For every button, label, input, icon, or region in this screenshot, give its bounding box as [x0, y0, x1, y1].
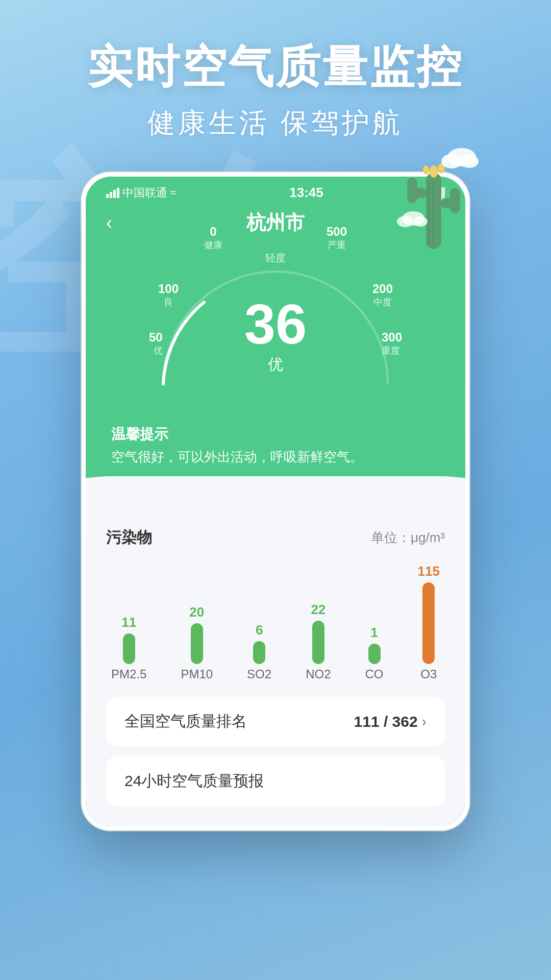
forecast-title: 24小时空气质量预报	[124, 772, 264, 789]
gauge-label-300: 300 重度	[382, 330, 402, 357]
status-time: 13:45	[289, 185, 323, 201]
pollutant-name: PM10	[181, 667, 213, 681]
gauge-quality-label: 优	[244, 354, 307, 375]
pollutant-value: 1	[370, 625, 378, 641]
pollutant-item: 20 PM10	[181, 604, 213, 681]
reminder-text: 空气很好，可以外出活动，呼吸新鲜空气。	[111, 448, 440, 466]
gauge-label-200: 200 中度	[372, 282, 393, 308]
pollutant-name: O3	[420, 667, 437, 681]
svg-rect-4	[450, 188, 460, 213]
ranking-card[interactable]: 全国空气质量排名 111 / 362 ›	[106, 697, 445, 746]
gauge-label-500: 500 严重	[327, 225, 347, 251]
pollutant-bar	[123, 633, 135, 664]
gauge-top-label: 轻度	[265, 251, 286, 265]
svg-point-14	[397, 216, 413, 227]
svg-point-7	[423, 165, 429, 175]
ranking-label: 全国空气质量排名	[124, 711, 247, 732]
gauge-value: 36	[244, 296, 307, 352]
gauge-label-100: 100 良	[158, 282, 179, 308]
ranking-arrow: ›	[422, 714, 427, 730]
gauge-label-50: 50 优	[149, 330, 163, 357]
wave-divider	[86, 476, 465, 512]
pollutant-value: 6	[256, 622, 263, 638]
pollutant-value: 115	[418, 564, 440, 579]
phone-container: 中国联通 ≈ 13:45 ▓ ‹ 杭州市 轻度	[82, 173, 469, 830]
white-content: 污染物 单位：μg/m³ 11 PM2.5 20 PM10 6 SO2 22 N…	[86, 512, 465, 826]
svg-rect-2	[407, 178, 417, 203]
pollutant-name: CO	[365, 667, 384, 681]
pollutant-value: 20	[189, 604, 204, 620]
pollutant-name: NO2	[306, 667, 331, 681]
pollutant-item: 11 PM2.5	[111, 615, 146, 681]
gauge-section: 轻度 50 优	[86, 246, 465, 420]
hero-title: 实时空气质量监控	[0, 41, 551, 92]
pollutant-item: 22 NO2	[306, 602, 331, 681]
pollutant-value: 22	[311, 602, 325, 618]
wifi-icon: ≈	[170, 187, 176, 199]
pollutant-item: 115 O3	[418, 564, 440, 681]
pollutant-bar	[368, 644, 381, 664]
gauge-container: 轻度 50 优	[143, 251, 408, 404]
pollutant-name: PM2.5	[111, 667, 146, 681]
pollutants-header: 污染物 单位：μg/m³	[106, 527, 445, 548]
gauge-center: 36 优	[244, 296, 307, 375]
pollutants-unit: 单位：μg/m³	[371, 529, 445, 547]
pollutant-name: SO2	[247, 667, 271, 681]
svg-point-15	[413, 216, 428, 227]
pollutant-item: 6 SO2	[247, 622, 271, 681]
pollutant-bar	[312, 621, 324, 664]
cactus-decoration	[383, 132, 485, 259]
forecast-card[interactable]: 24小时空气质量预报	[106, 756, 445, 806]
carrier-name: 中国联通	[122, 185, 167, 201]
pollutant-bar	[191, 623, 203, 664]
svg-point-12	[460, 155, 479, 168]
pollutants-title: 污染物	[106, 527, 152, 548]
signal-icon	[106, 188, 119, 198]
pollutant-value: 11	[121, 615, 136, 630]
gauge-label-0: 0 健康	[204, 225, 222, 251]
phone-mockup: 中国联通 ≈ 13:45 ▓ ‹ 杭州市 轻度	[82, 173, 469, 830]
svg-point-11	[441, 154, 462, 168]
svg-point-5	[430, 165, 438, 178]
ranking-value: 111 / 362 ›	[354, 713, 427, 730]
status-left: 中国联通 ≈	[106, 185, 176, 201]
city-name: 杭州市	[246, 210, 305, 236]
phone-inner: 中国联通 ≈ 13:45 ▓ ‹ 杭州市 轻度	[86, 177, 465, 826]
pollutant-bar	[253, 641, 265, 664]
pollutants-grid: 11 PM2.5 20 PM10 6 SO2 22 NO2 1 CO 115 O…	[106, 564, 445, 681]
reminder-title: 温馨提示	[111, 425, 440, 444]
pollutant-bar	[422, 582, 435, 664]
pollutant-item: 1 CO	[365, 625, 384, 681]
hero-section: 实时空气质量监控 健康生活 保驾护航	[0, 0, 551, 142]
reminder-section: 温馨提示 空气很好，可以外出活动，呼吸新鲜空气。	[86, 420, 465, 476]
back-button[interactable]: ‹	[106, 212, 112, 234]
